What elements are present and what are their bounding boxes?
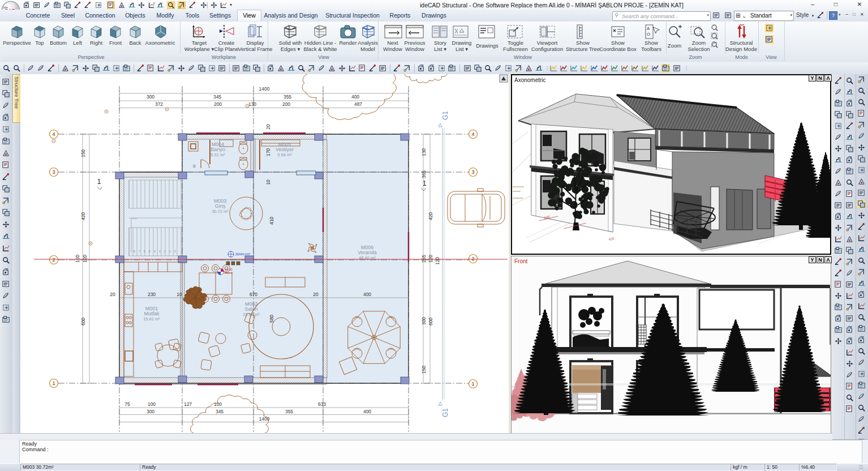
svg-text:Vestiyer: Vestiyer bbox=[276, 147, 294, 152]
svg-text:5: 5 bbox=[149, 250, 151, 253]
svg-text:Banyo: Banyo bbox=[210, 147, 225, 152]
svg-text:120: 120 bbox=[428, 255, 433, 263]
svg-text:Kot: 0: Kot: 0 bbox=[225, 271, 233, 275]
svg-text:120: 120 bbox=[75, 255, 80, 263]
svg-text:130: 130 bbox=[248, 101, 256, 107]
svg-text:3: 3 bbox=[52, 169, 55, 175]
svg-text:Veranda: Veranda bbox=[358, 250, 377, 255]
svg-text:365: 365 bbox=[421, 170, 427, 178]
svg-text:200: 200 bbox=[282, 101, 290, 107]
svg-text:345: 345 bbox=[213, 94, 221, 100]
svg-text:120: 120 bbox=[435, 257, 440, 265]
svg-text:30.72 m²: 30.72 m² bbox=[212, 209, 229, 214]
svg-text:1: 1 bbox=[423, 179, 427, 187]
svg-text:120: 120 bbox=[82, 255, 88, 263]
svg-text:ZEMIN KAT: ZEMIN KAT bbox=[235, 252, 250, 256]
svg-text:420: 420 bbox=[428, 212, 433, 220]
svg-text:8: 8 bbox=[134, 250, 135, 253]
svg-text:3: 3 bbox=[471, 169, 474, 175]
svg-text:100: 100 bbox=[148, 401, 156, 407]
svg-text:355: 355 bbox=[283, 94, 291, 100]
svg-text:Mutfak: Mutfak bbox=[144, 311, 160, 316]
svg-text:400: 400 bbox=[363, 409, 371, 414]
svg-text:ide: ide bbox=[3, 6, 8, 9]
svg-text:Giriş: Giriş bbox=[215, 203, 226, 209]
svg-text:0: 0 bbox=[174, 250, 176, 253]
svg-text:372: 372 bbox=[155, 101, 163, 107]
svg-text:600: 600 bbox=[80, 318, 86, 326]
svg-text:G1: G1 bbox=[441, 408, 449, 417]
svg-text:0: 0 bbox=[193, 164, 196, 169]
svg-text:487: 487 bbox=[354, 101, 362, 107]
svg-text:200: 200 bbox=[214, 101, 222, 107]
svg-text:400: 400 bbox=[363, 292, 371, 297]
svg-text:127: 127 bbox=[184, 401, 192, 407]
svg-text:5.58 m²: 5.58 m² bbox=[277, 152, 292, 157]
svg-text:1400: 1400 bbox=[259, 86, 270, 92]
svg-text:420: 420 bbox=[608, 237, 615, 241]
svg-text:670: 670 bbox=[250, 292, 257, 297]
svg-text:400: 400 bbox=[351, 94, 359, 100]
svg-text:150: 150 bbox=[80, 149, 86, 157]
svg-text:633: 633 bbox=[318, 401, 326, 407]
svg-text:10: 10 bbox=[265, 179, 271, 185]
svg-text:2: 2 bbox=[164, 250, 166, 253]
svg-text:1: 1 bbox=[471, 381, 474, 387]
svg-text:420: 420 bbox=[80, 212, 86, 220]
svg-text:1: 1 bbox=[97, 178, 101, 186]
svg-text:2: 2 bbox=[52, 257, 55, 263]
svg-text:15.81 m²: 15.81 m² bbox=[143, 316, 160, 322]
svg-text:410: 410 bbox=[269, 217, 274, 225]
svg-text:255: 255 bbox=[421, 255, 427, 263]
svg-text:3: 3 bbox=[159, 250, 161, 253]
svg-text:355: 355 bbox=[285, 409, 293, 414]
svg-text:20: 20 bbox=[265, 124, 271, 130]
svg-text:4: 4 bbox=[52, 131, 55, 137]
svg-text:20: 20 bbox=[110, 292, 115, 297]
svg-text:20: 20 bbox=[313, 292, 319, 297]
svg-text:A: A bbox=[647, 26, 650, 31]
svg-text:G1: G1 bbox=[441, 111, 449, 120]
svg-text:10: 10 bbox=[177, 292, 182, 297]
svg-text:4: 4 bbox=[154, 250, 156, 253]
svg-text:130: 130 bbox=[421, 148, 427, 156]
svg-text:5.31 m²: 5.31 m² bbox=[210, 152, 225, 157]
svg-text:170: 170 bbox=[265, 148, 271, 156]
svg-text:1: 1 bbox=[52, 380, 55, 386]
svg-text:6: 6 bbox=[144, 250, 145, 253]
svg-text:1: 1 bbox=[169, 250, 171, 253]
svg-text:48.40 m²: 48.40 m² bbox=[359, 255, 376, 260]
svg-text:300: 300 bbox=[147, 409, 154, 414]
svg-text:345: 345 bbox=[216, 409, 224, 414]
svg-text:300: 300 bbox=[421, 317, 427, 325]
svg-text:75: 75 bbox=[124, 401, 130, 407]
svg-text:300: 300 bbox=[147, 94, 154, 100]
svg-text:600: 600 bbox=[428, 318, 433, 326]
svg-text:O: O bbox=[647, 32, 650, 37]
svg-text:150: 150 bbox=[421, 366, 427, 374]
svg-text:4: 4 bbox=[471, 131, 474, 137]
svg-text:7: 7 bbox=[139, 250, 140, 253]
svg-text:2: 2 bbox=[471, 256, 474, 262]
svg-text:230: 230 bbox=[148, 292, 156, 297]
